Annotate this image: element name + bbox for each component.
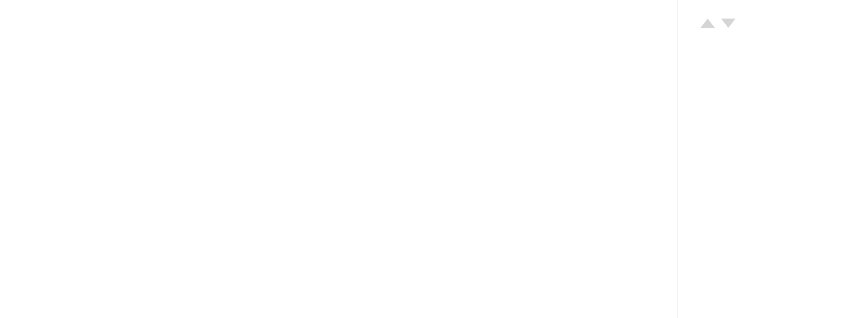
plot-area: [0, 0, 677, 318]
legend-down-icon[interactable]: [721, 19, 736, 28]
legend-pager: [690, 19, 859, 30]
legend-up-icon[interactable]: [700, 19, 715, 28]
chart-container: [0, 0, 868, 318]
line-chart: [0, 0, 155, 77]
legend: [677, 0, 868, 318]
